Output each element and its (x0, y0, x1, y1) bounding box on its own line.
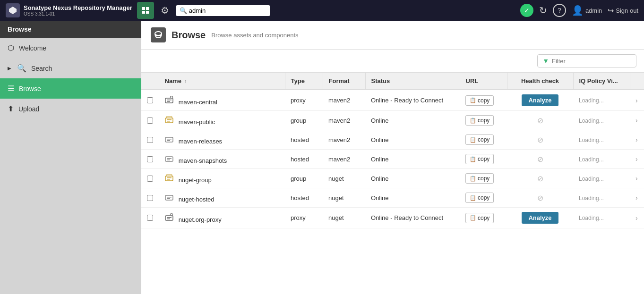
row-arrow-cell[interactable]: › (630, 90, 644, 111)
row-status-cell: Online - Ready to Connect (365, 90, 460, 111)
row-arrow-cell[interactable]: › (630, 111, 644, 130)
col-header-name[interactable]: Name ↑ (159, 73, 285, 90)
row-expand-arrow[interactable]: › (635, 117, 638, 124)
row-expand-arrow[interactable]: › (635, 155, 638, 163)
sidebar-item-welcome-label: Welcome (19, 44, 46, 52)
repo-type-icon (164, 134, 174, 144)
user-menu[interactable]: 👤 admin (572, 5, 602, 16)
help-icon[interactable]: ? (553, 4, 566, 17)
sidebar-item-welcome[interactable]: ⬡ Welcome (0, 38, 141, 58)
row-arrow-cell[interactable]: › (630, 188, 644, 208)
row-checkbox[interactable] (147, 215, 153, 221)
global-search[interactable]: 🔍 (176, 5, 270, 16)
row-arrow-cell[interactable]: › (630, 150, 644, 169)
filter-box[interactable]: ▼ (537, 54, 636, 67)
copy-url-button[interactable]: 📋 copy (465, 213, 494, 223)
copy-label: copy (478, 175, 489, 182)
row-status-cell: Online (365, 169, 460, 188)
page-title: Browse (172, 30, 206, 41)
row-iq-cell: Loading... (573, 90, 630, 111)
row-status-cell: Online (365, 130, 460, 150)
row-health-cell: ⊘ (507, 111, 573, 130)
svg-rect-7 (165, 98, 173, 103)
sort-icon: ↑ (185, 79, 187, 84)
row-checkbox-cell (141, 90, 159, 111)
analyze-button[interactable]: Analyze (522, 212, 558, 224)
row-arrow-cell[interactable]: › (630, 130, 644, 150)
signout-button[interactable]: ↪ Sign out (608, 6, 638, 15)
search-input[interactable] (189, 7, 266, 14)
table-header-row: Name ↑ Type Format Status URL Health che… (141, 73, 644, 90)
row-checkbox[interactable] (147, 195, 153, 201)
search-nav-icon: 🔍 (17, 64, 26, 73)
row-expand-arrow[interactable]: › (635, 136, 638, 143)
sidebar-item-upload-label: Upload (18, 105, 39, 113)
row-url-cell: 📋 copy (460, 188, 507, 208)
expand-icon: ▶ (8, 66, 11, 71)
row-checkbox-cell (141, 130, 159, 150)
user-name: admin (585, 7, 602, 14)
sidebar-item-search[interactable]: ▶ 🔍 Search (0, 58, 141, 78)
refresh-icon[interactable]: ↻ (539, 5, 547, 16)
row-iq-cell: Loading... (573, 130, 630, 150)
row-type-cell: group (285, 169, 323, 188)
row-status-cell: Online (365, 150, 460, 169)
repo-type-icon (164, 213, 174, 222)
row-expand-arrow[interactable]: › (635, 214, 638, 222)
user-avatar-icon: 👤 (572, 5, 584, 16)
svg-point-5 (155, 32, 162, 35)
copy-url-button[interactable]: 📋 copy (465, 115, 494, 126)
row-name-cell: nuget-hosted (159, 188, 285, 208)
filter-input[interactable] (552, 58, 631, 65)
table-row: maven-central proxy maven2 Online - Read… (141, 90, 644, 111)
row-checkbox[interactable] (147, 156, 153, 162)
signout-label: Sign out (616, 7, 638, 14)
row-checkbox[interactable] (147, 137, 153, 143)
copy-url-button[interactable]: 📋 copy (465, 154, 494, 164)
sidebar-header: Browse (0, 21, 141, 38)
col-header-iq[interactable]: IQ Policy Vi... (573, 73, 630, 90)
no-analyze-icon: ⊘ (513, 155, 567, 164)
col-header-format[interactable]: Format (323, 73, 365, 90)
row-checkbox[interactable] (147, 97, 153, 103)
svg-rect-11 (165, 118, 173, 123)
row-expand-arrow[interactable]: › (635, 97, 638, 104)
row-url-cell: 📋 copy (460, 150, 507, 169)
copy-icon: 📋 (470, 137, 476, 143)
copy-url-button[interactable]: 📋 copy (465, 193, 494, 203)
svg-rect-9 (167, 101, 170, 102)
row-expand-arrow[interactable]: › (635, 175, 638, 182)
copy-url-button[interactable]: 📋 copy (465, 134, 494, 145)
col-header-url[interactable]: URL (460, 73, 507, 90)
svg-rect-2 (146, 7, 149, 10)
nav-browse-button[interactable] (137, 2, 154, 19)
svg-rect-30 (167, 218, 170, 219)
row-format-cell: nuget (323, 188, 365, 208)
sidebar-item-upload[interactable]: ⬆ Upload (0, 99, 141, 119)
row-expand-arrow[interactable]: › (635, 194, 638, 202)
col-header-status[interactable]: Status (365, 73, 460, 90)
table-row: nuget-hosted hosted nuget Online 📋 copy … (141, 188, 644, 208)
sidebar-item-browse-label: Browse (19, 85, 41, 92)
row-checkbox[interactable] (147, 176, 153, 182)
copy-label: copy (478, 136, 489, 143)
svg-rect-15 (165, 137, 173, 142)
copy-label: copy (478, 194, 489, 201)
content-area: Browse ⬡ Welcome ▶ 🔍 Search ☰ Browse ⬆ U… (0, 21, 644, 294)
col-header-health[interactable]: Health check (507, 73, 573, 90)
sidebar-item-browse[interactable]: ☰ Browse (0, 78, 141, 99)
analyze-button[interactable]: Analyze (522, 94, 558, 106)
copy-icon: 📋 (470, 195, 476, 201)
row-iq-cell: Loading... (573, 111, 630, 130)
copy-url-button[interactable]: 📋 copy (465, 173, 494, 184)
row-iq-cell: Loading... (573, 150, 630, 169)
main-content: Browse Browse assets and components ▼ Na… (141, 21, 644, 294)
col-header-type[interactable]: Type (285, 73, 323, 90)
hexagon-icon: ⬡ (8, 43, 14, 52)
row-arrow-cell[interactable]: › (630, 208, 644, 228)
settings-icon[interactable]: ⚙ (159, 3, 171, 18)
copy-url-button[interactable]: 📋 copy (465, 95, 494, 106)
row-name-cell: maven-snapshots (159, 150, 285, 169)
row-checkbox[interactable] (147, 118, 153, 124)
row-arrow-cell[interactable]: › (630, 169, 644, 188)
